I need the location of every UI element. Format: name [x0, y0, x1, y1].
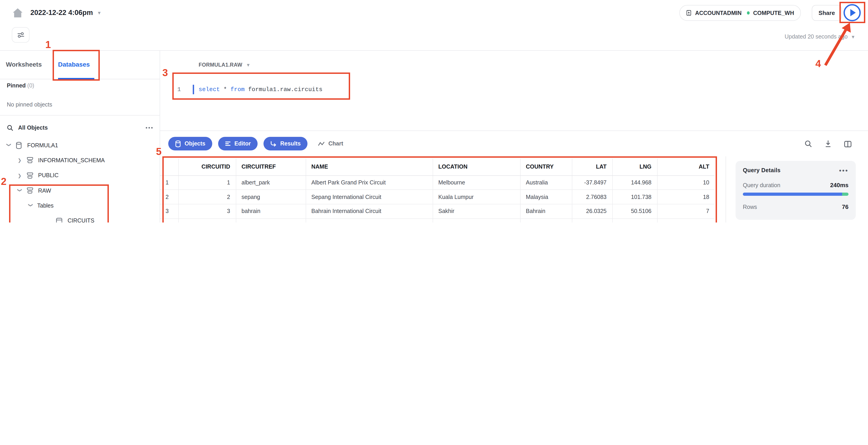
- cell: 7: [657, 204, 715, 218]
- sidebar-item-circuits[interactable]: ❯CIRCUITS: [0, 213, 160, 222]
- cell: Bahrain: [520, 204, 572, 218]
- editor-context-selector[interactable]: FORMULA1.RAW ▼: [198, 62, 251, 68]
- sidebar-item-tables[interactable]: ❯Tables: [0, 198, 160, 213]
- cell: 26.0325: [572, 204, 612, 218]
- download-icon[interactable]: [825, 140, 832, 148]
- cell: catalunya: [236, 218, 306, 222]
- query-details-panel: Query Details ••• Query duration 240ms R…: [725, 156, 868, 222]
- row-number: 1: [160, 175, 178, 190]
- sidebar-item-public[interactable]: ❯PUBLIC: [0, 168, 160, 183]
- results-table: CIRCUITIDCIRCUITREFNAMELOCATIONCOUNTRYLA…: [160, 159, 715, 222]
- tab-databases[interactable]: Databases: [58, 61, 90, 68]
- column-header-circuitref[interactable]: CIRCUITREF: [236, 159, 306, 175]
- editor-button[interactable]: Editor: [218, 137, 257, 150]
- table-row[interactable]: 44catalunyaCircuit de Barcelona-Cataluny…: [160, 218, 715, 222]
- chart-button[interactable]: Chart: [318, 140, 343, 147]
- results-button[interactable]: Results: [264, 137, 308, 150]
- query-details-card: Query Details ••• Query duration 240ms R…: [736, 161, 856, 220]
- column-header-rownum[interactable]: [160, 159, 178, 175]
- column-header-location[interactable]: LOCATION: [433, 159, 520, 175]
- line-number: 1: [177, 86, 187, 93]
- table-header-row: CIRCUITIDCIRCUITREFNAMELOCATIONCOUNTRYLA…: [160, 159, 715, 175]
- cell: 2.76083: [572, 190, 612, 204]
- column-header-circuitid[interactable]: CIRCUITID: [178, 159, 236, 175]
- sidebar-item-raw[interactable]: ❯RAW: [0, 183, 160, 198]
- tab-worksheets[interactable]: Worksheets: [6, 61, 42, 68]
- search-label: All Objects: [18, 125, 141, 131]
- row-number: 4: [160, 218, 178, 222]
- app-window: 2022-12-22 4:06pm ▼ ACCOUNTADMIN COMPUTE…: [0, 0, 868, 222]
- cell: 2: [178, 190, 236, 204]
- cell: 4: [178, 218, 236, 222]
- sidebar-item-label: PUBLIC: [38, 172, 59, 178]
- column-header-country[interactable]: COUNTRY: [520, 159, 572, 175]
- active-tab-underline: [58, 78, 94, 79]
- more-options-icon[interactable]: [146, 127, 153, 129]
- sliders-icon: [17, 31, 25, 38]
- filters-button[interactable]: [12, 27, 29, 43]
- cell: 18: [657, 190, 715, 204]
- home-icon[interactable]: [11, 6, 25, 20]
- return-arrow-icon: [270, 141, 277, 147]
- sidebar-item-label: Tables: [37, 203, 54, 209]
- column-header-lat[interactable]: LAT: [572, 159, 612, 175]
- sql-token: from: [230, 86, 244, 93]
- duration-value: 240ms: [830, 182, 848, 189]
- role-label: ACCOUNTADMIN: [695, 10, 742, 16]
- chart-line-icon: [318, 141, 325, 146]
- cell: Kuala Lumpur: [433, 190, 520, 204]
- no-pinned-text: No pinned objects: [7, 102, 52, 108]
- play-icon: [850, 9, 856, 16]
- split-columns-icon[interactable]: [844, 140, 852, 147]
- warehouse-status-dot: [747, 11, 750, 14]
- cell: Australia: [520, 175, 572, 190]
- sidebar-item-information_schema[interactable]: ❯INFORMATION_SCHEMA: [0, 153, 160, 168]
- object-search[interactable]: All Objects: [7, 122, 153, 133]
- progress-execution: [743, 193, 842, 196]
- row-number: 2: [160, 190, 178, 204]
- cell: Malaysia: [520, 190, 572, 204]
- sql-token: formula1.raw.circuits: [245, 86, 322, 93]
- more-options-icon[interactable]: •••: [839, 167, 848, 174]
- cell: Circuit de Barcelona-Catalunya: [306, 218, 433, 222]
- cell: 50.5106: [612, 204, 657, 218]
- card-title: Query Details: [743, 167, 780, 174]
- sidebar: Worksheets Databases Pinned (0) No pinne…: [0, 51, 160, 222]
- cell: 101.738: [612, 190, 657, 204]
- table-row[interactable]: 22sepangSepang International CircuitKual…: [160, 190, 715, 204]
- cell: 144.968: [612, 175, 657, 190]
- cell: Melbourne: [433, 175, 520, 190]
- cell: Montmeló: [433, 218, 520, 222]
- progress-other: [842, 193, 848, 196]
- pinned-header: Pinned (0): [7, 82, 34, 89]
- search-results-icon[interactable]: [805, 140, 812, 148]
- warehouse-label: COMPUTE_WH: [753, 10, 794, 16]
- sidebar-item-label: FORMULA1: [27, 142, 58, 148]
- schema-icon: [26, 157, 34, 164]
- code-line[interactable]: 1 select * from formula1.raw.circuits: [177, 83, 322, 95]
- column-header-lng[interactable]: LNG: [612, 159, 657, 175]
- role-warehouse-selector[interactable]: ACCOUNTADMIN COMPUTE_WH: [679, 5, 801, 21]
- objects-button[interactable]: Objects: [168, 137, 212, 150]
- updated-status[interactable]: Updated 20 seconds ago ▼: [784, 34, 855, 40]
- rows-value: 76: [842, 203, 848, 210]
- column-header-name[interactable]: NAME: [306, 159, 433, 175]
- table-row[interactable]: 33bahrainBahrain International CircuitSa…: [160, 204, 715, 218]
- share-button[interactable]: Share: [812, 5, 842, 21]
- table-row[interactable]: 11albert_parkAlbert Park Grand Prix Circ…: [160, 175, 715, 190]
- row-number: 3: [160, 204, 178, 218]
- cell: albert_park: [236, 175, 306, 190]
- results-toolbar: Objects Editor Results Chart: [160, 131, 868, 156]
- chevron-down-icon: ▼: [246, 62, 251, 67]
- cell: sepang: [236, 190, 306, 204]
- sidebar-item-label: INFORMATION_SCHEMA: [38, 157, 105, 164]
- run-button[interactable]: [843, 4, 861, 21]
- duration-progress-bar: [743, 193, 848, 196]
- worksheet-title[interactable]: 2022-12-22 4:06pm ▼: [30, 9, 101, 17]
- top-bar: 2022-12-22 4:06pm ▼ ACCOUNTADMIN COMPUTE…: [0, 0, 868, 51]
- sidebar-tabs: Worksheets Databases: [0, 51, 160, 79]
- column-header-alt[interactable]: ALT: [657, 159, 715, 175]
- chevron-icon: ❯: [18, 158, 22, 163]
- sidebar-item-formula1[interactable]: ❯FORMULA1: [0, 138, 160, 153]
- cell: 109: [657, 218, 715, 222]
